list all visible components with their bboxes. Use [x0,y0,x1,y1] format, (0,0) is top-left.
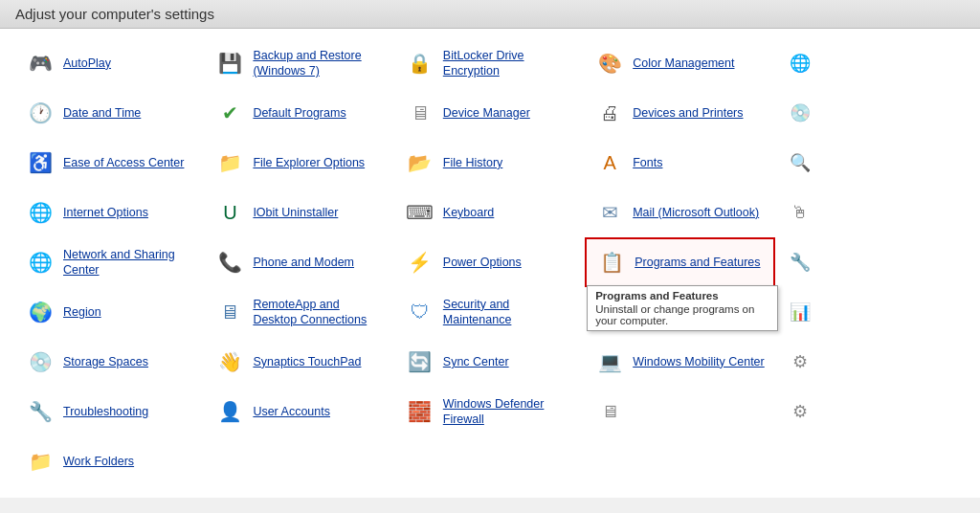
fonts-label[interactable]: Fonts [633,155,662,170]
winmobil-label[interactable]: Windows Mobility Center [633,354,765,369]
bitlocker-label[interactable]: BitLocker Drive Encryption [443,48,575,79]
item-backup[interactable]: 💾Backup and Restore (Windows 7) [205,38,394,88]
device-icon: 🖥 [405,98,435,128]
item-default[interactable]: ✔Default Programs [205,88,394,138]
item-bitlocker[interactable]: 🔒BitLocker Drive Encryption [395,38,585,88]
trouble-label[interactable]: Troubleshooting [63,404,148,419]
misc8-icon: 🖥 [594,396,625,427]
winmobil-icon: 💻 [594,346,625,377]
item-devprinter[interactable]: 🖨Devices and Printers [585,88,774,138]
security-label[interactable]: Security and Maintenance [443,297,575,328]
color-icon: 🎨 [594,48,625,78]
security-icon: 🛡 [405,297,435,327]
item-programs[interactable]: 📋Programs and FeaturesPrograms and Featu… [585,237,774,287]
region-label[interactable]: Region [63,304,101,320]
item-winmobil[interactable]: 💻Windows Mobility Center [585,337,774,387]
item-iobit[interactable]: UIObit Uninstaller [205,188,394,237]
storage-icon: 💿 [25,346,56,377]
item-misc6[interactable]: 📊 [775,287,965,337]
mail-label[interactable]: Mail (Microsoft Outlook) [633,205,759,220]
item-empty[interactable] [775,436,965,486]
misc4-icon: 🖱 [785,197,815,228]
remote-label[interactable]: RemoteApp and Desktop Connections [253,297,385,328]
item-misc5[interactable]: 🔧 [775,237,965,287]
synaptics-icon: 👋 [214,346,245,377]
item-user[interactable]: 👤User Accounts [205,387,394,436]
programs-label[interactable]: Programs and Features [635,255,760,270]
item-keyboard[interactable]: ⌨Keyboard [395,188,585,237]
item-sync[interactable]: 🔄Sync Center [395,337,585,387]
item-ease[interactable]: ♿Ease of Access Center [15,138,205,188]
backup-label[interactable]: Backup and Restore (Windows 7) [253,48,385,79]
datetime-label[interactable]: Date and Time [63,105,141,121]
item-misc8[interactable]: 🖥 [585,387,774,436]
datetime-icon: 🕐 [25,98,56,128]
header: Adjust your computer's settings [0,0,980,29]
user-icon: 👤 [214,396,245,427]
fonts-icon: A [594,147,625,178]
power-label[interactable]: Power Options [443,255,522,270]
misc9-icon: ⚙ [785,396,815,427]
ease-label[interactable]: Ease of Access Center [63,155,184,170]
programs-tooltip: Programs and FeaturesUninstall or change… [587,285,778,331]
trouble-icon: 🔧 [25,396,56,427]
item-misc7[interactable]: ⚙ [775,337,965,387]
item-color[interactable]: 🎨Color Management [585,38,774,88]
autoplay-label[interactable]: AutoPlay [63,56,111,71]
power-icon: ⚡ [405,247,435,278]
storage-label[interactable]: Storage Spaces [63,354,148,369]
item-autoplay[interactable]: 🎮AutoPlay [15,38,205,88]
user-label[interactable]: User Accounts [253,404,330,419]
device-label[interactable]: Device Manager [443,105,530,121]
item-misc2[interactable]: 💿 [775,88,965,138]
item-fileexp[interactable]: 📁File Explorer Options [205,138,394,188]
iobit-label[interactable]: IObit Uninstaller [253,205,338,220]
mail-icon: ✉ [594,197,625,228]
item-misc1[interactable]: 🌐 [775,38,965,88]
item-windefend[interactable]: 🧱Windows Defender Firewall [395,387,585,436]
item-work[interactable]: 📁Work Folders [15,436,205,486]
item-security[interactable]: 🛡Security and Maintenance [395,287,585,337]
item-misc3[interactable]: 🔍 [775,138,965,188]
fileexp-label[interactable]: File Explorer Options [253,155,365,170]
item-device[interactable]: 🖥Device Manager [395,88,585,138]
item-remote[interactable]: 🖥RemoteApp and Desktop Connections [205,287,394,337]
keyboard-label[interactable]: Keyboard [443,205,495,220]
item-empty[interactable] [205,436,394,486]
synaptics-label[interactable]: Synaptics TouchPad [253,354,361,369]
main-content: 🎮AutoPlay💾Backup and Restore (Windows 7)… [0,29,980,498]
work-label[interactable]: Work Folders [63,454,134,469]
item-misc9[interactable]: ⚙ [775,387,965,436]
misc3-icon: 🔍 [785,147,815,178]
default-label[interactable]: Default Programs [253,105,345,121]
item-synaptics[interactable]: 👋Synaptics TouchPad [205,337,394,387]
item-internet[interactable]: 🌐Internet Options [15,188,205,237]
item-fonts[interactable]: AFonts [585,138,774,188]
item-trouble[interactable]: 🔧Troubleshooting [15,387,205,436]
autoplay-icon: 🎮 [25,48,56,78]
phone-icon: 📞 [214,247,245,278]
backup-icon: 💾 [214,48,245,78]
item-misc4[interactable]: 🖱 [775,188,965,237]
phone-label[interactable]: Phone and Modem [253,255,354,270]
item-datetime[interactable]: 🕐Date and Time [15,88,205,138]
item-storage[interactable]: 💿Storage Spaces [15,337,205,387]
internet-icon: 🌐 [25,197,56,228]
item-power[interactable]: ⚡Power Options [395,237,585,287]
filehist-label[interactable]: File History [443,155,503,170]
item-mail[interactable]: ✉Mail (Microsoft Outlook) [585,188,774,237]
devprinter-label[interactable]: Devices and Printers [633,105,743,121]
item-region[interactable]: 🌍Region [15,287,205,337]
windefend-label[interactable]: Windows Defender Firewall [443,396,575,428]
item-empty[interactable] [585,436,774,486]
color-label[interactable]: Color Management [633,56,734,71]
sync-icon: 🔄 [405,346,435,377]
network-label[interactable]: Network and Sharing Center [63,247,195,279]
item-filehist[interactable]: 📂File History [395,138,585,188]
sync-label[interactable]: Sync Center [443,354,509,369]
item-phone[interactable]: 📞Phone and Modem [205,237,394,287]
iobit-icon: U [214,197,245,228]
internet-label[interactable]: Internet Options [63,205,148,220]
item-network[interactable]: 🌐Network and Sharing Center [15,237,205,287]
item-empty[interactable] [395,436,585,486]
